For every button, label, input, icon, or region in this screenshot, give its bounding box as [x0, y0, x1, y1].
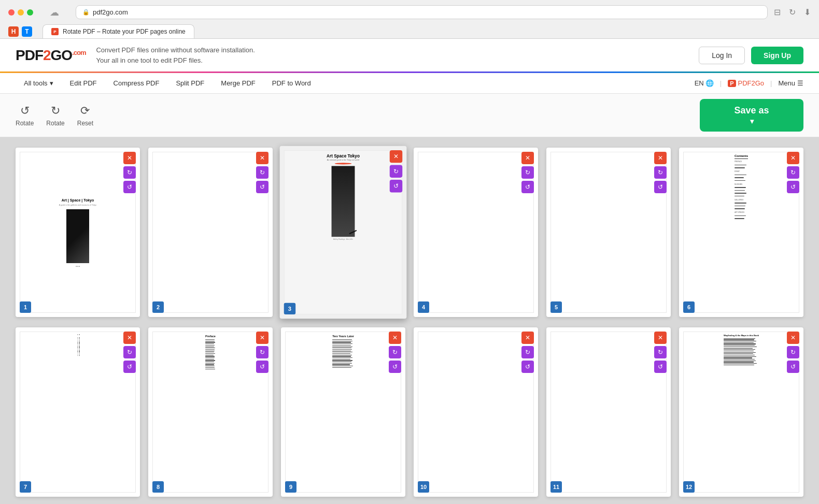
delete-page-4[interactable]: ✕	[521, 152, 534, 164]
nav-compress-pdf[interactable]: Compress PDF	[105, 73, 168, 93]
page-number-10: 10	[418, 481, 429, 493]
delete-page-5[interactable]: ✕	[654, 152, 667, 164]
page12-text	[724, 338, 759, 365]
page-controls-5: ✕ ↻ ↺	[654, 152, 667, 193]
undo-page-1[interactable]: ↺	[123, 181, 136, 193]
reset-icon: ⟳	[80, 104, 90, 118]
nav-merge-pdf[interactable]: Merge PDF	[213, 73, 263, 93]
nav-separator2: |	[770, 79, 772, 87]
rotate-page-11[interactable]: ↻	[654, 346, 667, 358]
rotate-page-2[interactable]: ↻	[256, 166, 269, 179]
maximize-button[interactable]	[27, 9, 33, 16]
page-card-3: Art Space Tokyo An intimate guide to the…	[280, 146, 407, 319]
rotate-page-6[interactable]: ↻	[787, 166, 799, 179]
page-card-2: ✕ ↻ ↺ 2	[148, 148, 273, 317]
rotate-left-icon: ↺	[20, 104, 30, 118]
undo-page-12[interactable]: ↺	[787, 361, 799, 373]
undo-page-11[interactable]: ↺	[654, 361, 667, 373]
rotate-page-7[interactable]: ↻	[123, 346, 136, 358]
pages-row-2: ✕ ↻ ↺ 7 Preface	[16, 327, 803, 497]
close-button[interactable]	[8, 9, 15, 16]
delete-page-10[interactable]: ✕	[521, 332, 534, 344]
page-content-5	[606, 152, 611, 312]
rotate-page-10[interactable]: ↻	[521, 346, 534, 358]
undo-page-8[interactable]: ↺	[256, 361, 269, 373]
rotate-right-button[interactable]: ↻ Rotate	[46, 104, 64, 127]
delete-page-11[interactable]: ✕	[654, 332, 667, 344]
rotate-page-8[interactable]: ↻	[256, 346, 269, 358]
globe-icon: 🌐	[705, 79, 714, 87]
site-logo[interactable]: PDF2GO.com	[16, 47, 86, 64]
rotate-page-12[interactable]: ↻	[787, 346, 799, 358]
save-as-chevron-icon: ▾	[750, 117, 754, 125]
page-content-8: Preface	[203, 332, 218, 492]
nav-left: All tools ▾ Edit PDF Compress PDF Split …	[16, 73, 319, 93]
page-thumbnail-12: Wayfinding & the Maps in this Book	[683, 332, 799, 493]
download-icon[interactable]: ⬇	[804, 7, 811, 17]
language-selector[interactable]: EN 🌐	[695, 79, 714, 87]
page-controls-12: ✕ ↻ ↺	[787, 332, 799, 373]
delete-page-7[interactable]: ✕	[123, 332, 136, 344]
cloud-icon: ☁	[50, 7, 59, 18]
page-controls-8: ✕ ↻ ↺	[256, 332, 269, 373]
page-thumbnail-7	[20, 332, 136, 493]
page-controls-1: ✕ ↻ ↺	[123, 152, 136, 193]
nav-all-tools[interactable]: All tools ▾	[16, 73, 62, 93]
page-card-1: Art | Space | Tokyo A guide to the galle…	[16, 148, 140, 317]
undo-page-4[interactable]: ↺	[521, 181, 534, 193]
content-area: Art | Space | Tokyo A guide to the galle…	[0, 137, 819, 504]
extension-t-icon[interactable]: T	[22, 26, 32, 37]
pdf2go-nav-badge[interactable]: P PDF2Go	[728, 79, 764, 87]
undo-page-7[interactable]: ↺	[123, 361, 136, 373]
page-content-6: Contents PREFACE ESSAY MUSEUMS	[732, 152, 750, 312]
page-number-5: 5	[550, 301, 562, 313]
signup-button[interactable]: Sign Up	[751, 47, 803, 64]
rotate-page-3[interactable]: ↻	[390, 165, 402, 177]
logo-2: 2	[43, 47, 51, 63]
save-as-button[interactable]: Save as ▾	[700, 99, 803, 132]
page12-title: Wayfinding & the Maps in this Book	[724, 334, 759, 337]
page-controls-7: ✕ ↻ ↺	[123, 332, 136, 373]
browser-action-icons: ⊟ ↻ ⬇	[774, 7, 811, 17]
login-button[interactable]: Log In	[699, 47, 745, 64]
extension-h-icon[interactable]: H	[8, 26, 19, 37]
app-container: PDF2GO.com Convert PDF files online with…	[0, 39, 819, 504]
undo-page-10[interactable]: ↺	[521, 361, 534, 373]
delete-page-6[interactable]: ✕	[787, 152, 799, 164]
extension-icons: H T	[8, 26, 32, 37]
page8-text	[205, 339, 216, 369]
minimize-button[interactable]	[18, 9, 24, 16]
undo-page-2[interactable]: ↺	[256, 181, 269, 193]
rotate-page-1[interactable]: ↻	[123, 166, 136, 179]
page-thumbnail-4	[418, 152, 534, 313]
hamburger-icon: ☰	[797, 79, 803, 87]
menu-button[interactable]: Menu ☰	[778, 79, 803, 87]
nav-edit-pdf[interactable]: Edit PDF	[62, 73, 105, 93]
delete-page-3[interactable]: ✕	[390, 150, 402, 163]
rotate-page-9[interactable]: ↻	[389, 346, 401, 358]
page-thumbnail-5	[550, 152, 667, 313]
rotate-page-4[interactable]: ↻	[521, 166, 534, 179]
undo-page-9[interactable]: ↺	[389, 361, 401, 373]
page-thumbnail-10	[418, 332, 534, 493]
nav-split-pdf[interactable]: Split PDF	[167, 73, 213, 93]
rotate-page-5[interactable]: ↻	[654, 166, 667, 179]
reset-button[interactable]: ⟳ Reset	[77, 104, 93, 127]
page9-title: Two Years Later	[332, 335, 354, 338]
refresh-icon[interactable]: ↻	[789, 7, 796, 17]
delete-page-2[interactable]: ✕	[256, 152, 269, 164]
delete-page-8[interactable]: ✕	[256, 332, 269, 344]
undo-page-3[interactable]: ↺	[390, 180, 402, 192]
undo-page-5[interactable]: ↺	[654, 181, 667, 193]
active-tab[interactable]: P Rotate PDF – Rotate your PDF pages onl…	[43, 24, 194, 38]
delete-page-9[interactable]: ✕	[389, 332, 401, 344]
page-thumbnail-9: Two Years Later	[285, 332, 401, 493]
nav-pdf-to-word[interactable]: PDF to Word	[264, 73, 319, 93]
sidebar-col	[77, 334, 78, 490]
delete-page-12[interactable]: ✕	[787, 332, 799, 344]
page3-red-circle	[335, 163, 351, 164]
address-bar[interactable]: 🔒 pdf2go.com	[76, 5, 768, 19]
rotate-left-button[interactable]: ↺ Rotate	[16, 104, 34, 127]
undo-page-6[interactable]: ↺	[787, 181, 799, 193]
delete-page-1[interactable]: ✕	[123, 152, 136, 164]
